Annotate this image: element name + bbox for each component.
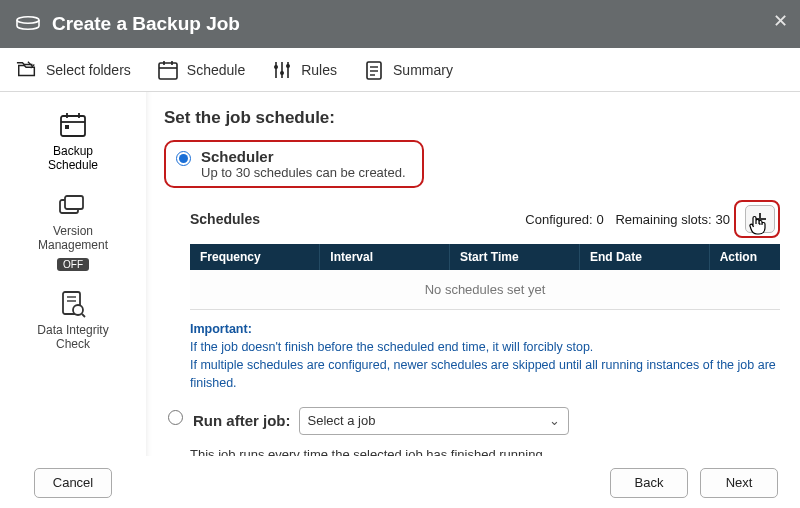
content-panel: Set the job schedule: Scheduler Up to 30… [146,92,800,456]
off-badge: OFF [57,258,89,271]
add-schedule-button[interactable] [745,205,775,233]
title-bar: Create a Backup Job ✕ [0,0,800,48]
folders-icon [16,59,38,81]
schedules-table: Frequency Interval Start Time End Date A… [190,244,780,310]
scheduler-option[interactable]: Scheduler Up to 30 schedules can be crea… [176,148,412,180]
col-interval: Interval [320,244,450,270]
remaining-value: 30 [716,212,730,227]
schedules-block: Schedules Configured: 0 Remaining slots:… [190,200,780,310]
run-after-label: Run after job: [193,412,291,429]
cancel-button[interactable]: Cancel [34,468,112,498]
add-schedule-highlight [734,200,780,238]
table-empty-row: No schedules set yet [190,270,780,310]
scheduler-sub: Up to 30 schedules can be created. [201,165,406,180]
close-icon[interactable]: ✕ [773,10,788,32]
configured-value: 0 [597,212,604,227]
integrity-icon [56,289,90,319]
step-schedule[interactable]: Schedule [157,59,245,81]
sub-sidebar: Backup Schedule Version Management OFF D… [0,92,146,456]
svg-rect-21 [65,196,83,209]
calendar-icon [157,59,179,81]
col-action: Action [709,244,780,270]
col-end-date: End Date [579,244,709,270]
sidebar-item-label: Backup Schedule [48,144,98,172]
scheduler-radio[interactable] [176,151,191,166]
chevron-down-icon: ⌄ [549,413,560,428]
step-label: Schedule [187,62,245,78]
back-button[interactable]: Back [610,468,688,498]
select-job-placeholder: Select a job [308,413,376,428]
important-line2: If multiple schedules are configured, ne… [190,356,780,392]
svg-point-0 [17,17,39,23]
sidebar-item-label: Version Management [38,224,108,252]
step-summary[interactable]: Summary [363,59,453,81]
svg-rect-1 [159,63,177,79]
svg-rect-15 [61,116,85,136]
next-button[interactable]: Next [700,468,778,498]
scheduler-label: Scheduler [201,148,406,165]
svg-point-10 [286,64,290,68]
sidebar-item-label: Data Integrity Check [37,323,108,351]
important-note: Important: If the job doesn't finish bef… [190,320,780,393]
col-start-time: Start Time [450,244,580,270]
versions-icon [56,190,90,220]
empty-text: No schedules set yet [190,270,780,310]
sidebar-item-data-integrity[interactable]: Data Integrity Check [6,289,140,351]
important-line1: If the job doesn't finish before the sch… [190,338,780,356]
svg-point-8 [280,71,284,75]
svg-rect-19 [65,125,69,129]
summary-icon [363,59,385,81]
step-label: Rules [301,62,337,78]
step-select-folders[interactable]: Select folders [16,59,131,81]
remaining-label: Remaining slots: [615,212,711,227]
svg-line-26 [82,314,85,317]
run-after-sub: This job runs every time the selected jo… [190,447,780,457]
step-label: Summary [393,62,453,78]
step-rules[interactable]: Rules [271,59,337,81]
configured-label: Configured: [525,212,592,227]
wizard-steps: Select folders Schedule Rules Summary [0,48,800,92]
scheduler-highlight: Scheduler Up to 30 schedules can be crea… [164,140,424,188]
main-area: Backup Schedule Version Management OFF D… [0,92,800,456]
footer-bar: Cancel Back Next [0,456,800,508]
select-job-dropdown[interactable]: Select a job ⌄ [299,407,569,435]
sidebar-item-backup-schedule[interactable]: Backup Schedule [6,110,140,172]
run-after-option[interactable]: Run after job: Select a job ⌄ [164,401,780,441]
run-after-radio[interactable] [168,410,183,425]
svg-point-25 [73,305,83,315]
svg-point-6 [274,65,278,69]
step-label: Select folders [46,62,131,78]
important-title: Important: [190,320,780,338]
app-icon [14,14,42,34]
schedules-title: Schedules [190,211,260,227]
col-frequency: Frequency [190,244,320,270]
calendar-icon [56,110,90,140]
content-heading: Set the job schedule: [164,108,780,128]
sliders-icon [271,59,293,81]
sidebar-item-version-management[interactable]: Version Management OFF [6,190,140,271]
window-title: Create a Backup Job [52,13,240,35]
